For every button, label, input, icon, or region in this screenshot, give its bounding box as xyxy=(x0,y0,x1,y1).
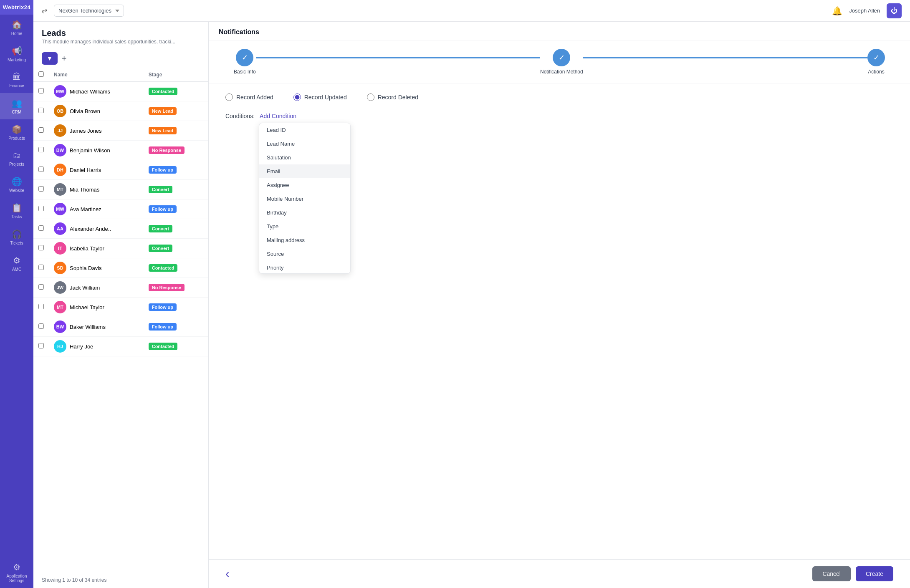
notification-header: Notifications xyxy=(209,22,910,40)
app-logo: Webtrix24 xyxy=(0,0,33,15)
avatar: DH xyxy=(54,164,66,176)
row-checkbox[interactable] xyxy=(38,127,44,133)
dropdown-item-lead-name[interactable]: Lead Name xyxy=(259,137,350,151)
filter-button[interactable]: ▼ xyxy=(42,52,58,65)
row-checkbox[interactable] xyxy=(38,304,44,309)
add-condition-button[interactable]: Add Condition xyxy=(260,111,296,121)
sidebar-item-projects[interactable]: 🗂 Projects xyxy=(0,146,33,172)
step-line-1 xyxy=(256,57,540,58)
notification-steps: ✓ Basic Info ✓ Notification Method ✓ xyxy=(209,40,910,83)
sidebar-item-products[interactable]: 📦 Products xyxy=(0,119,33,146)
home-icon: 🏠 xyxy=(12,20,22,30)
sidebar-item-home[interactable]: 🏠 Home xyxy=(0,15,33,41)
create-button[interactable]: Create xyxy=(856,566,893,581)
step-actions: ✓ Actions xyxy=(867,49,885,75)
dropdown-item-assignee[interactable]: Assignee xyxy=(259,178,350,192)
back-button[interactable]: ‹ xyxy=(225,567,229,580)
row-checkbox[interactable] xyxy=(38,88,44,93)
table-row: MW Ava Martinez Follow up xyxy=(33,199,208,219)
table-row: MT Mia Thomas Convert xyxy=(33,180,208,199)
name-cell: MT Michael Taylor xyxy=(54,301,139,313)
sidebar-item-website[interactable]: 🌐 Website xyxy=(0,172,33,198)
lead-name: Ava Martinez xyxy=(70,206,101,212)
step-basic-info-label: Basic Info xyxy=(234,69,256,75)
lead-name: Sophia Davis xyxy=(70,265,102,271)
dropdown-item-salutation[interactable]: Salutation xyxy=(259,151,350,164)
step-notification-method-label: Notification Method xyxy=(540,69,583,75)
row-checkbox[interactable] xyxy=(38,147,44,152)
stage-badge: Follow up xyxy=(149,303,177,311)
lead-name: Benjamin Wilson xyxy=(70,147,110,154)
trigger-record-added[interactable]: Record Added xyxy=(225,93,273,101)
swap-icon[interactable]: ⇄ xyxy=(42,7,47,15)
table-row: BW Baker Williams Follow up xyxy=(33,317,208,337)
avatar: JJ xyxy=(54,124,66,137)
stage-badge: Contacted xyxy=(149,88,178,95)
stage-badge: Contacted xyxy=(149,343,178,350)
row-checkbox[interactable] xyxy=(38,265,44,270)
trigger-options: Record Added Record Updated Record Delet… xyxy=(225,93,893,101)
name-cell: IT Isabella Taylor xyxy=(54,242,139,255)
row-checkbox[interactable] xyxy=(38,323,44,329)
name-cell: HJ Harry Joe xyxy=(54,340,139,353)
sidebar-item-application-settings[interactable]: ⚙ ApplicationSettings xyxy=(0,557,33,588)
company-selector[interactable]: NexGen Technologies xyxy=(54,5,124,17)
radio-record-updated[interactable] xyxy=(293,93,301,101)
stage-badge: Convert xyxy=(149,245,173,252)
notification-bell-icon[interactable]: 🔔 xyxy=(832,6,842,16)
step-basic-info-circle: ✓ xyxy=(236,49,253,66)
website-icon: 🌐 xyxy=(12,177,22,187)
row-checkbox[interactable] xyxy=(38,108,44,113)
settings-icon: ⚙ xyxy=(13,562,20,572)
cancel-button[interactable]: Cancel xyxy=(812,566,851,581)
conditions-dropdown-scroll: Lead ID Lead Name Salutation Email Assig… xyxy=(259,123,350,273)
radio-record-added[interactable] xyxy=(225,93,233,101)
stage-badge: Follow up xyxy=(149,205,177,213)
main-area: ⇄ NexGen Technologies 🔔 Joseph Allen ⏻ L… xyxy=(33,0,910,588)
row-checkbox[interactable] xyxy=(38,284,44,290)
user-name: Joseph Allen xyxy=(849,8,880,14)
sidebar-item-amc[interactable]: ⚙ AMC xyxy=(0,250,33,277)
select-all-checkbox[interactable] xyxy=(38,71,44,77)
dropdown-item-mobile-number[interactable]: Mobile Number xyxy=(259,192,350,206)
notification-body: Record Added Record Updated Record Delet… xyxy=(209,83,910,559)
stage-badge: Contacted xyxy=(149,264,178,272)
add-lead-button[interactable]: + xyxy=(62,54,67,63)
row-checkbox[interactable] xyxy=(38,167,44,172)
row-checkbox[interactable] xyxy=(38,245,44,250)
conditions-dropdown: Lead ID Lead Name Salutation Email Assig… xyxy=(259,123,351,274)
dropdown-item-lead-id[interactable]: Lead ID xyxy=(259,123,350,137)
conditions-label: Conditions: xyxy=(225,113,255,119)
lead-name: James Jones xyxy=(70,128,102,134)
sidebar-item-tasks[interactable]: 📋 Tasks xyxy=(0,198,33,224)
sidebar-item-crm[interactable]: 👥 CRM xyxy=(0,93,33,119)
sidebar-item-finance[interactable]: 🏛 Finance xyxy=(0,67,33,93)
row-checkbox[interactable] xyxy=(38,186,44,192)
table-row: HJ Harry Joe Contacted xyxy=(33,337,208,356)
name-cell: AA Alexander Ande.. xyxy=(54,222,139,235)
dropdown-item-type[interactable]: Type xyxy=(259,220,350,233)
row-checkbox[interactable] xyxy=(38,343,44,348)
name-cell: BW Benjamin Wilson xyxy=(54,144,139,156)
name-cell: MW Ava Martinez xyxy=(54,203,139,215)
dropdown-item-email[interactable]: Email xyxy=(259,164,350,178)
power-button[interactable]: ⏻ xyxy=(887,3,902,18)
radio-record-deleted[interactable] xyxy=(367,93,374,101)
table-row: IT Isabella Taylor Convert xyxy=(33,239,208,258)
trigger-record-updated[interactable]: Record Updated xyxy=(293,93,347,101)
leads-header: Leads This module manages individual sal… xyxy=(33,22,208,49)
dropdown-item-source[interactable]: Source xyxy=(259,247,350,261)
sidebar-item-marketing[interactable]: 📢 Marketing xyxy=(0,41,33,67)
dropdown-item-birthday[interactable]: Birthday xyxy=(259,206,350,220)
avatar: MW xyxy=(54,203,66,215)
table-row: MW Michael Williams Contacted xyxy=(33,82,208,101)
trigger-record-deleted[interactable]: Record Deleted xyxy=(367,93,418,101)
step-actions-label: Actions xyxy=(868,69,884,75)
row-checkbox[interactable] xyxy=(38,206,44,211)
table-row: BW Benjamin Wilson No Response xyxy=(33,141,208,160)
sidebar-item-tickets[interactable]: 🎧 Tickets xyxy=(0,224,33,250)
dropdown-item-priority[interactable]: Priority xyxy=(259,261,350,273)
row-checkbox[interactable] xyxy=(38,225,44,231)
dropdown-item-mailing-address[interactable]: Mailing address xyxy=(259,233,350,247)
step-basic-info: ✓ Basic Info xyxy=(234,49,256,75)
